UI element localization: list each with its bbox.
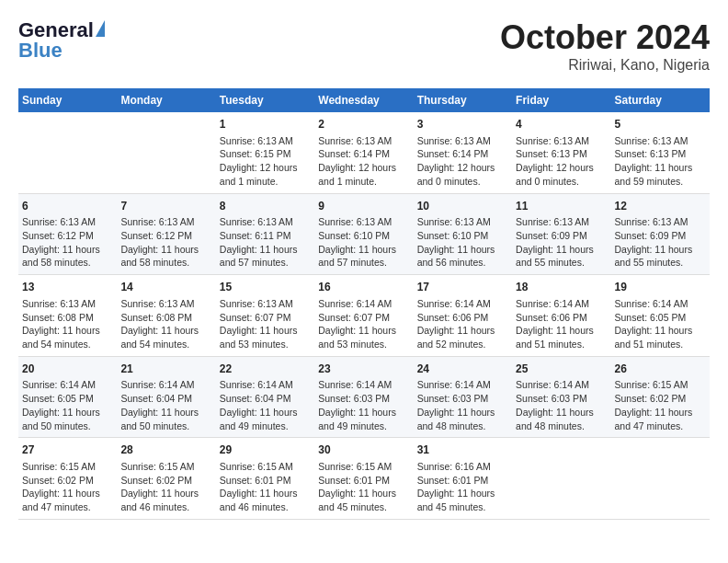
table-row: 4Sunrise: 6:13 AMSunset: 6:13 PMDaylight… [512,112,610,193]
day-number: 3 [417,117,508,132]
calendar-row: 27Sunrise: 6:15 AMSunset: 6:02 PMDayligh… [18,438,710,520]
day-info: Sunset: 6:07 PM [318,311,409,325]
table-row: 27Sunrise: 6:15 AMSunset: 6:02 PMDayligh… [18,438,117,520]
day-info: Sunrise: 6:15 AM [615,378,706,392]
calendar-subtitle: Ririwai, Kano, Nigeria [500,57,710,74]
day-info: Sunrise: 6:13 AM [417,215,508,229]
calendar-title: October 2024 [500,18,710,57]
table-row: 10Sunrise: 6:13 AMSunset: 6:10 PMDayligh… [414,193,512,275]
day-info: Daylight: 11 hours and 55 minutes. [615,243,706,270]
day-info: Sunset: 6:06 PM [516,311,607,325]
day-number: 30 [318,442,409,458]
table-row: 28Sunrise: 6:15 AMSunset: 6:02 PMDayligh… [117,438,215,520]
day-info: Daylight: 11 hours and 54 minutes. [120,324,211,350]
day-info: Sunset: 6:10 PM [417,229,508,243]
day-info: Sunset: 6:12 PM [22,229,113,243]
day-info: Sunrise: 6:14 AM [417,378,508,392]
day-info: Daylight: 11 hours and 59 minutes. [615,161,706,188]
day-number: 12 [615,199,706,214]
day-info: Sunrise: 6:15 AM [22,460,113,474]
day-info: Sunset: 6:11 PM [220,229,311,243]
calendar-row: 6Sunrise: 6:13 AMSunset: 6:12 PMDaylight… [18,193,710,275]
logo-triangle-icon [96,20,105,37]
day-info: Daylight: 11 hours and 46 minutes. [120,487,211,513]
day-info: Daylight: 11 hours and 48 minutes. [417,406,508,432]
day-info: Daylight: 11 hours and 51 minutes. [615,324,706,350]
day-info: Sunset: 6:09 PM [516,229,607,243]
day-info: Daylight: 11 hours and 51 minutes. [516,324,607,350]
day-info: Sunrise: 6:15 AM [220,460,311,474]
col-sunday: Sunday [18,88,117,112]
day-info: Sunrise: 6:15 AM [120,460,211,474]
table-row: 7Sunrise: 6:13 AMSunset: 6:12 PMDaylight… [117,193,215,275]
day-info: Sunset: 6:08 PM [22,311,113,325]
table-row: 11Sunrise: 6:13 AMSunset: 6:09 PMDayligh… [512,193,610,275]
day-info: Sunrise: 6:13 AM [318,134,409,148]
table-row [512,438,610,520]
day-info: Sunset: 6:01 PM [220,474,311,488]
day-info: Sunset: 6:13 PM [615,147,706,161]
day-info: Sunrise: 6:14 AM [516,378,607,392]
table-row: 25Sunrise: 6:14 AMSunset: 6:03 PMDayligh… [512,356,610,438]
day-info: Sunrise: 6:13 AM [220,215,311,229]
day-info: Sunset: 6:12 PM [120,229,211,243]
table-row: 14Sunrise: 6:13 AMSunset: 6:08 PMDayligh… [117,275,215,357]
title-block: October 2024 Ririwai, Kano, Nigeria [500,18,710,74]
table-row [117,112,215,193]
day-number: 28 [120,442,211,458]
calendar-row: 13Sunrise: 6:13 AMSunset: 6:08 PMDayligh… [18,275,710,357]
day-info: Daylight: 11 hours and 48 minutes. [516,406,607,432]
calendar-header-row: Sunday Monday Tuesday Wednesday Thursday… [18,88,710,112]
table-row: 13Sunrise: 6:13 AMSunset: 6:08 PMDayligh… [18,275,117,357]
day-info: Sunset: 6:08 PM [120,311,211,325]
day-info: Sunrise: 6:14 AM [516,297,607,311]
day-number: 9 [318,199,409,214]
day-number: 26 [615,362,706,377]
day-number: 29 [220,442,311,458]
day-info: Sunrise: 6:13 AM [220,134,311,148]
day-info: Sunrise: 6:13 AM [417,134,508,148]
day-info: Sunset: 6:07 PM [220,311,311,325]
day-info: Sunset: 6:01 PM [417,474,508,488]
day-number: 8 [220,199,311,214]
calendar-row: 20Sunrise: 6:14 AMSunset: 6:05 PMDayligh… [18,356,710,438]
day-info: Daylight: 11 hours and 46 minutes. [220,487,311,513]
day-info: Sunset: 6:10 PM [318,229,409,243]
day-info: Sunset: 6:03 PM [516,392,607,406]
calendar-table: Sunday Monday Tuesday Wednesday Thursday… [18,88,710,520]
day-info: Daylight: 11 hours and 50 minutes. [22,406,113,432]
table-row: 30Sunrise: 6:15 AMSunset: 6:01 PMDayligh… [314,438,413,520]
page-header: General Blue October 2024 Ririwai, Kano,… [18,18,710,74]
day-number: 7 [120,199,211,214]
day-number: 13 [22,280,113,295]
table-row: 16Sunrise: 6:14 AMSunset: 6:07 PMDayligh… [314,275,413,357]
col-tuesday: Tuesday [216,88,314,112]
day-number: 16 [318,280,409,295]
day-info: Daylight: 12 hours and 0 minutes. [417,161,508,188]
day-number: 31 [417,442,508,458]
day-info: Sunset: 6:15 PM [220,147,311,161]
table-row: 21Sunrise: 6:14 AMSunset: 6:04 PMDayligh… [117,356,215,438]
day-info: Sunrise: 6:13 AM [120,215,211,229]
day-info: Daylight: 11 hours and 58 minutes. [120,243,211,270]
day-number: 24 [417,362,508,377]
day-number: 17 [417,280,508,295]
day-info: Sunrise: 6:14 AM [417,297,508,311]
day-number: 10 [417,199,508,214]
table-row: 5Sunrise: 6:13 AMSunset: 6:13 PMDaylight… [611,112,710,193]
day-info: Daylight: 12 hours and 1 minute. [318,161,409,188]
col-wednesday: Wednesday [314,88,413,112]
day-info: Sunrise: 6:13 AM [22,215,113,229]
day-info: Daylight: 11 hours and 53 minutes. [318,324,409,350]
day-number: 23 [318,362,409,377]
day-info: Sunset: 6:02 PM [615,392,706,406]
day-info: Sunrise: 6:13 AM [318,215,409,229]
col-saturday: Saturday [611,88,710,112]
day-number: 14 [120,280,211,295]
table-row: 24Sunrise: 6:14 AMSunset: 6:03 PMDayligh… [414,356,512,438]
day-info: Sunrise: 6:13 AM [615,215,706,229]
logo-blue: Blue [18,39,63,63]
day-number: 27 [22,442,113,458]
day-info: Daylight: 11 hours and 58 minutes. [22,243,113,270]
day-info: Sunrise: 6:13 AM [516,134,607,148]
